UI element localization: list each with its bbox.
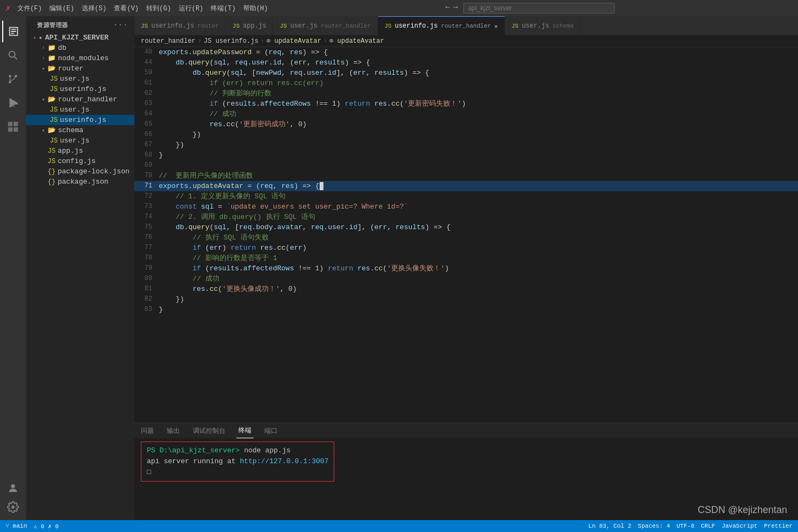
status-spaces[interactable]: Spaces: 4 bbox=[638, 523, 670, 529]
code-line-72: 72 // 1. 定义更新头像的 SQL 语句 bbox=[134, 191, 798, 202]
line-number: 68 bbox=[134, 150, 159, 160]
line-content: // 成功 bbox=[159, 274, 798, 284]
code-line-78: 78 // 影响的行数是否等于 1 bbox=[134, 253, 798, 263]
line-number: 59 bbox=[134, 68, 159, 78]
tree-item-schema-user[interactable]: JS user.js bbox=[26, 135, 134, 146]
menu-edit[interactable]: 编辑(E) bbox=[49, 4, 74, 13]
chevron-down-icon: ▾ bbox=[39, 127, 48, 134]
sidebar-more-button[interactable]: ··· bbox=[113, 21, 128, 29]
menu-goto[interactable]: 转到(G) bbox=[146, 4, 171, 13]
line-content: // 影响的行数是否等于 1 bbox=[159, 253, 798, 263]
menu-select[interactable]: 选择(S) bbox=[82, 4, 107, 13]
tree-item-schema[interactable]: ▾ 📂 schema bbox=[26, 125, 134, 135]
menu-help[interactable]: 帮助(H) bbox=[243, 4, 268, 13]
tree-item-router[interactable]: ▾ 📂 router bbox=[26, 63, 134, 74]
tree-item-label: config.js bbox=[57, 157, 134, 165]
editor-area: JS userinfo.js router JS app.js JS user.… bbox=[134, 16, 798, 520]
menu-file[interactable]: 文件(F) bbox=[17, 4, 42, 13]
status-formatter[interactable]: Prettier bbox=[764, 523, 793, 529]
menu-terminal[interactable]: 终端(T) bbox=[211, 4, 236, 13]
panel-tab-output[interactable]: 输出 bbox=[165, 423, 182, 438]
line-number: 80 bbox=[134, 274, 159, 284]
js-file-icon: JS bbox=[50, 137, 57, 145]
main-layout: 资源管理器 ··· ▾ ▸ API_KJZT_SERVER › 📁 db › bbox=[0, 16, 798, 520]
breadcrumb-part-4[interactable]: ⊙ updateAvatar bbox=[329, 37, 384, 45]
activity-settings[interactable] bbox=[7, 501, 19, 516]
tab-label: app.js bbox=[243, 22, 266, 30]
tab-userinfo-router-handler[interactable]: JS userinfo.js router_handler ✕ bbox=[378, 16, 505, 35]
tree-item-label: userinfo.js bbox=[60, 85, 134, 93]
svg-point-2 bbox=[9, 75, 11, 77]
search-input[interactable] bbox=[463, 3, 615, 14]
sidebar: 资源管理器 ··· ▾ ▸ API_KJZT_SERVER › 📁 db › bbox=[26, 16, 134, 520]
tab-app[interactable]: JS app.js bbox=[226, 16, 273, 35]
status-branch[interactable]: ⑂ main bbox=[5, 523, 27, 529]
line-content: exports.updatePassword = (req, res) => { bbox=[159, 47, 798, 57]
sidebar-tree: ▾ ▸ API_KJZT_SERVER › 📁 db › 📁 node_modu… bbox=[26, 33, 134, 520]
menu-view[interactable]: 查看(V) bbox=[114, 4, 139, 13]
activity-bar bbox=[0, 16, 26, 520]
code-editor[interactable]: 40 exports.updatePassword = (req, res) =… bbox=[134, 47, 798, 423]
code-line-65: 65 res.cc('更新密码成功', 0) bbox=[134, 119, 798, 129]
line-number: 77 bbox=[134, 243, 159, 253]
line-number: 44 bbox=[134, 57, 159, 68]
line-number: 74 bbox=[134, 212, 159, 222]
panel-tab-problems[interactable]: 问题 bbox=[139, 423, 156, 438]
nav-forward[interactable]: → bbox=[453, 3, 458, 14]
line-content: if (err) return res.cc(err) bbox=[159, 78, 798, 88]
activity-source-control[interactable] bbox=[2, 68, 24, 90]
status-line-ending[interactable]: CRLF bbox=[701, 523, 715, 529]
tab-user-schema[interactable]: JS user.js schema bbox=[505, 16, 581, 35]
nav-back[interactable]: ← bbox=[445, 3, 450, 14]
tree-item-root[interactable]: ▾ ▸ API_KJZT_SERVER bbox=[26, 33, 134, 43]
breadcrumb-part-2[interactable]: JS userinfo.js bbox=[204, 37, 258, 45]
tree-item-router-user[interactable]: JS user.js bbox=[26, 74, 134, 84]
breadcrumb-part-1[interactable]: router_handler bbox=[141, 37, 196, 45]
activity-run[interactable] bbox=[2, 92, 24, 114]
tab-userinfo-router[interactable]: JS userinfo.js router bbox=[134, 16, 226, 35]
tab-bar: JS userinfo.js router JS app.js JS user.… bbox=[134, 16, 798, 35]
tree-item-label: package.json bbox=[57, 178, 134, 186]
code-line-77: 77 if (err) return res.cc(err) bbox=[134, 243, 798, 253]
activity-search[interactable] bbox=[2, 44, 24, 66]
svg-rect-10 bbox=[14, 122, 18, 126]
js-icon: JS bbox=[511, 23, 518, 29]
tree-item-rh-user[interactable]: JS user.js bbox=[26, 105, 134, 115]
line-content: // 1. 定义更新头像的 SQL 语句 bbox=[159, 191, 798, 202]
line-content: const sql = `update ev_users set user_pi… bbox=[159, 202, 798, 212]
server-url: http://127.0.0.1:3007 bbox=[240, 457, 329, 465]
status-language[interactable]: JavaScript bbox=[722, 523, 757, 529]
status-right: Ln 83, Col 2 Spaces: 4 UTF-8 CRLF JavaSc… bbox=[588, 523, 793, 529]
status-errors[interactable]: ⚠ 0 ✗ 0 bbox=[34, 523, 59, 530]
js-icon: JS bbox=[232, 23, 239, 29]
tree-item-config[interactable]: JS config.js bbox=[26, 156, 134, 166]
panel-tab-terminal[interactable]: 终端 bbox=[236, 423, 254, 438]
tree-item-node-modules[interactable]: › 📁 node_modules bbox=[26, 53, 134, 63]
tab-user-router-handler[interactable]: JS user.js router_handler bbox=[273, 16, 378, 35]
tree-item-router-userinfo[interactable]: JS userinfo.js bbox=[26, 84, 134, 94]
activity-explorer[interactable] bbox=[2, 21, 24, 42]
activity-account[interactable] bbox=[7, 482, 19, 497]
status-encoding[interactable]: UTF-8 bbox=[677, 523, 695, 529]
tree-item-rh-userinfo[interactable]: JS userinfo.js bbox=[26, 115, 134, 125]
chevron-down-icon: ▾ bbox=[30, 35, 39, 41]
line-number: 81 bbox=[134, 284, 159, 294]
js-file-icon: JS bbox=[50, 116, 57, 124]
app-icon: ✗ bbox=[5, 3, 11, 14]
js-icon: JS bbox=[280, 23, 287, 29]
tab-close-button[interactable]: ✕ bbox=[494, 23, 498, 30]
tree-item-package[interactable]: {} package.json bbox=[26, 177, 134, 187]
breadcrumb-part-3[interactable]: ⊙ updateAvatar bbox=[267, 37, 321, 45]
line-number: 69 bbox=[134, 160, 159, 171]
svg-marker-6 bbox=[10, 99, 17, 107]
panel-tab-debug[interactable]: 调试控制台 bbox=[191, 423, 228, 438]
terminal-command: node app.js bbox=[244, 446, 290, 455]
panel-tab-ports[interactable]: 端口 bbox=[262, 423, 280, 438]
menu-run[interactable]: 运行(R) bbox=[179, 4, 204, 13]
tree-item-package-lock[interactable]: {} package-lock.json bbox=[26, 166, 134, 177]
status-position[interactable]: Ln 83, Col 2 bbox=[588, 523, 631, 529]
tree-item-router-handler[interactable]: ▾ 📂 router_handler bbox=[26, 94, 134, 105]
tree-item-app[interactable]: JS app.js bbox=[26, 146, 134, 156]
tree-item-db[interactable]: › 📁 db bbox=[26, 43, 134, 53]
activity-extensions[interactable] bbox=[2, 116, 24, 138]
